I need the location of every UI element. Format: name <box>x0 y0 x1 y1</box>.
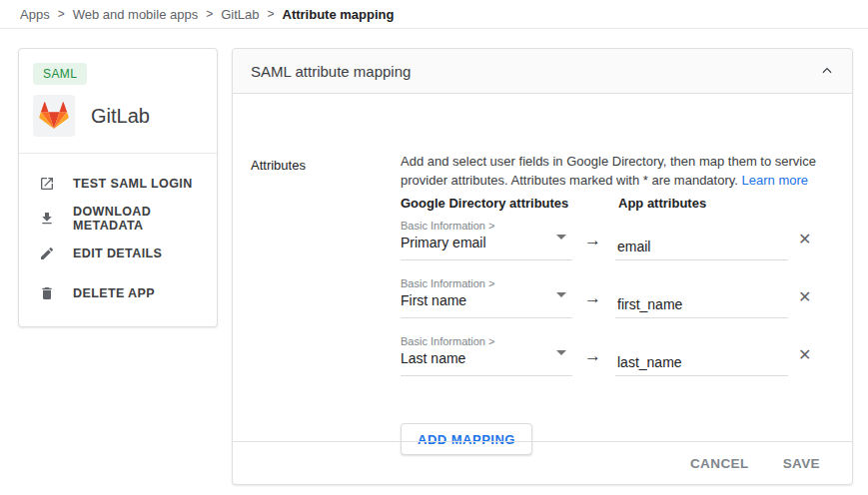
select-value: Primary email <box>401 234 572 251</box>
delete-app-button[interactable]: DELETE APP <box>19 275 217 310</box>
arrow-right-icon: → <box>584 346 601 366</box>
breadcrumb-separator: > <box>268 7 275 21</box>
app-name: GitLab <box>91 105 150 128</box>
app-summary-card: SAML GitLab TEST SAML LOGIN <box>18 48 218 327</box>
breadcrumb-web-and-mobile-apps[interactable]: Web and mobile apps <box>73 7 199 22</box>
edit-details-button[interactable]: EDIT DETAILS <box>19 236 217 270</box>
app-attribute-input[interactable] <box>615 335 788 376</box>
column-header-app: App attributes <box>618 196 706 211</box>
edit-icon <box>39 246 55 261</box>
panel-body: Attributes Add and select user fields in… <box>233 94 852 485</box>
action-label: DELETE APP <box>73 286 155 300</box>
arrow-right-icon: → <box>584 288 601 308</box>
breadcrumb-apps[interactable]: Apps <box>20 7 50 22</box>
dropdown-caret-icon <box>556 292 566 297</box>
open-in-new-icon <box>39 176 55 192</box>
arrow-right-icon: → <box>584 231 601 250</box>
header-divider <box>0 28 868 29</box>
breadcrumb-separator: > <box>58 7 65 21</box>
gitlab-logo-icon <box>33 95 75 137</box>
mapping-row: Basic Information > Primary email → ✕ <box>233 220 852 261</box>
select-category: Basic Information > <box>401 277 572 290</box>
attributes-description: Add and select user fields in Google Dir… <box>401 152 824 190</box>
action-label: EDIT DETAILS <box>73 247 162 260</box>
collapse-panel-button[interactable] <box>820 64 834 78</box>
app-actions: TEST SAML LOGIN DOWNLOAD METADATA EDIT D… <box>19 154 217 310</box>
select-value: First name <box>401 291 572 309</box>
breadcrumb-current: Attribute mapping <box>283 7 395 22</box>
action-label: TEST SAML LOGIN <box>73 177 193 191</box>
download-icon <box>39 211 55 227</box>
directory-attribute-select[interactable]: Basic Information > First name <box>401 277 572 318</box>
panel-title: SAML attribute mapping <box>251 63 411 80</box>
column-header-directory: Google Directory attributes <box>401 196 568 211</box>
saml-attribute-mapping-panel: SAML attribute mapping Attributes Add an… <box>232 48 853 485</box>
learn-more-link[interactable]: Learn more <box>742 173 808 188</box>
attribute-mapping-page: Apps > Web and mobile apps > GitLab > At… <box>0 0 868 495</box>
select-category: Basic Information > <box>401 220 572 233</box>
chevron-up-icon <box>820 64 834 78</box>
app-identity: GitLab <box>33 95 217 137</box>
dropdown-caret-icon <box>556 235 566 240</box>
breadcrumb-gitlab[interactable]: GitLab <box>221 7 259 22</box>
remove-mapping-button[interactable]: ✕ <box>798 347 811 363</box>
dropdown-caret-icon <box>556 350 566 355</box>
cancel-button[interactable]: CANCEL <box>682 448 757 479</box>
attributes-section-label: Attributes <box>251 158 306 173</box>
remove-mapping-button[interactable]: ✕ <box>798 232 811 248</box>
breadcrumb: Apps > Web and mobile apps > GitLab > At… <box>20 0 394 28</box>
test-saml-login-button[interactable]: TEST SAML LOGIN <box>19 166 217 201</box>
breadcrumb-separator: > <box>206 7 213 21</box>
download-metadata-button[interactable]: DOWNLOAD METADATA <box>19 201 217 236</box>
save-button[interactable]: SAVE <box>775 448 828 479</box>
select-value: Last name <box>401 349 572 367</box>
remove-mapping-button[interactable]: ✕ <box>798 289 811 305</box>
app-attribute-input[interactable] <box>615 277 788 318</box>
delete-icon <box>39 285 55 301</box>
action-label: DOWNLOAD METADATA <box>73 205 217 233</box>
mapping-row: Basic Information > Last name → ✕ <box>233 335 852 377</box>
directory-attribute-select[interactable]: Basic Information > Last name <box>401 335 572 376</box>
panel-footer: CANCEL SAVE <box>233 441 852 485</box>
mapping-row: Basic Information > First name → ✕ <box>233 277 852 319</box>
directory-attribute-select[interactable]: Basic Information > Primary email <box>401 220 572 260</box>
select-category: Basic Information > <box>401 335 572 348</box>
gitlab-tanuki-icon <box>39 102 69 130</box>
app-attribute-input[interactable] <box>615 220 788 260</box>
saml-badge: SAML <box>33 63 87 85</box>
panel-header[interactable]: SAML attribute mapping <box>233 49 852 94</box>
